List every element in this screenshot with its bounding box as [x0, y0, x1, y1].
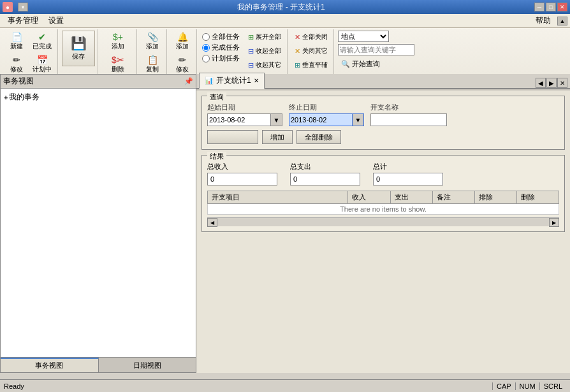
tab-scroll-left-button[interactable]: ◀ [536, 78, 546, 88]
edit-icon: ✏ [13, 55, 20, 64]
new-task-button[interactable]: 📄 新建 [5, 31, 28, 53]
tab-scroll-right-button[interactable]: ▶ [546, 78, 557, 88]
close-all-button[interactable]: ✕ 全部关闭 [291, 31, 331, 43]
collapse-all-button[interactable]: ⊟ 收起全部 [245, 45, 284, 57]
edit-reminder-icon: ✏ [179, 55, 186, 64]
add-expense-button[interactable]: 增加 [262, 130, 293, 144]
save-button[interactable]: 💾 保存 [62, 31, 95, 66]
delete-all-button[interactable]: 全部删除 [296, 130, 341, 144]
search-query-button[interactable] [207, 130, 258, 144]
expense-table: 开支项目 收入 支出 备注 排除 删除 There are no items t… [207, 191, 559, 215]
add-reminder-button[interactable]: 🔔 添加 [171, 31, 194, 53]
tab-date-view[interactable]: 日期视图 [99, 358, 196, 372]
horizontal-scrollbar[interactable]: ◀ ▶ [207, 217, 559, 226]
tree-root-item[interactable]: + 我的事务 [3, 91, 193, 103]
close-button[interactable]: ✕ [557, 3, 567, 11]
delete-finance-button[interactable]: $✂ 删除 [106, 54, 129, 76]
vertical-layout-icon: ⊞ [295, 61, 300, 69]
scroll-lock-indicator: SCRL [539, 382, 566, 390]
status-text: Ready [4, 382, 492, 390]
scroll-track[interactable] [217, 218, 549, 226]
grand-total-label: 总计 [373, 162, 443, 171]
query-section-title: 查询 [207, 92, 226, 102]
save-icon: 💾 [71, 36, 87, 51]
new-icon: 📄 [11, 33, 22, 41]
scroll-left-button[interactable]: ◀ [207, 218, 217, 227]
plan-task-button[interactable]: 📅 计划中 [29, 54, 55, 76]
filter-planned-tasks[interactable]: 计划任务 [202, 54, 240, 63]
expand-all-button[interactable]: ⊞ 展开全部 [245, 31, 284, 43]
attach-icon: 📎 [147, 33, 158, 41]
end-date-label: 终止日期 [289, 103, 364, 112]
status-bar: Ready CAP NUM SCRL [0, 379, 570, 392]
tree-expand-icon[interactable]: + [4, 94, 8, 101]
search-keyword-input[interactable] [338, 44, 414, 55]
quick-btn-1[interactable]: ▾ [18, 3, 28, 11]
start-date-input[interactable] [207, 113, 271, 126]
panel-title: 事务视图 [3, 76, 34, 87]
collapse-icon: ⊟ [248, 47, 254, 55]
menu-help[interactable]: 帮助 [530, 14, 556, 27]
close-others-button[interactable]: ✕ 关闭其它 [291, 45, 331, 57]
edit-reminder-button[interactable]: ✏ 修改 [171, 54, 194, 76]
collapse-others-icon: ⊟ [248, 61, 254, 69]
save-label: 保存 [72, 52, 85, 61]
close-all-icon: ✕ [295, 33, 300, 41]
tab-task-view[interactable]: 事务视图 [1, 358, 99, 372]
end-date-group: 终止日期 ▼ [289, 103, 364, 126]
maximize-button[interactable]: □ [546, 3, 556, 11]
panel-pin-icon[interactable]: 📌 [184, 77, 193, 85]
expense-name-label: 开支名称 [370, 103, 447, 112]
menu-task-management[interactable]: 事务管理 [3, 14, 43, 27]
start-date-dropdown-button[interactable]: ▼ [271, 113, 282, 126]
tab-expense-stats[interactable]: 📊 开支统计1 ✕ [199, 73, 265, 89]
grand-total-input[interactable] [373, 173, 443, 185]
total-income-input[interactable] [207, 173, 277, 185]
end-date-input[interactable] [289, 113, 353, 126]
search-icon: 🔍 [341, 60, 350, 68]
tab-stats-icon: 📊 [205, 76, 214, 85]
start-date-picker: ▼ [207, 113, 282, 126]
add-attachment-button[interactable]: 📎 添加 [141, 31, 164, 53]
grand-total-field: 总计 [373, 162, 443, 185]
quick-access: ▾ [18, 3, 28, 11]
search-category-select[interactable]: 地点 [338, 31, 389, 42]
table-empty-row: There are no items to show. [208, 204, 559, 215]
end-date-dropdown-button[interactable]: ▼ [353, 113, 364, 126]
copy-attachment-button[interactable]: 📋 复制 [141, 54, 164, 76]
results-section-title: 结果 [207, 152, 226, 161]
query-action-row: 增加 全部删除 [207, 130, 559, 144]
total-expense-input[interactable] [290, 173, 360, 185]
expense-name-input[interactable] [370, 113, 447, 126]
filter-done-tasks[interactable]: 完成任务 [202, 43, 240, 52]
total-expense-label: 总支出 [290, 162, 360, 171]
start-search-button[interactable]: 🔍 开始查询 [338, 57, 414, 71]
query-date-row: 起始日期 ▼ 终止日期 ▼ 开支名称 [207, 103, 559, 126]
col-header-income: 收入 [348, 191, 390, 204]
title-bar: ● ▾ 我的事务管理 - 开支统计1 ─ □ ✕ [0, 0, 570, 14]
copy-icon: 📋 [147, 55, 158, 64]
menu-collapse-btn[interactable]: ▲ [557, 17, 567, 25]
vertical-layout-button[interactable]: ⊞ 垂直平辅 [291, 59, 331, 71]
col-header-note: 备注 [432, 191, 474, 204]
collapse-others-button[interactable]: ⊟ 收起其它 [245, 59, 284, 71]
filter-all-tasks[interactable]: 全部任务 [202, 32, 240, 41]
num-lock-indicator: NUM [515, 382, 539, 390]
menu-bar: 事务管理 设置 帮助 ▲ [0, 14, 570, 28]
col-header-expense: 支出 [390, 191, 432, 204]
tab-close-icon[interactable]: ✕ [254, 77, 259, 84]
total-income-label: 总收入 [207, 162, 277, 171]
minimize-button[interactable]: ─ [534, 3, 544, 11]
add-money-icon: $+ [113, 33, 123, 41]
menu-settings[interactable]: 设置 [43, 14, 69, 27]
edit-task-button[interactable]: ✏ 修改 [5, 54, 28, 76]
scroll-right-button[interactable]: ▶ [549, 218, 559, 227]
done-task-button[interactable]: ✔ 已完成 [29, 31, 55, 53]
add-finance-button[interactable]: $+ 添加 [106, 31, 129, 53]
expense-name-group: 开支名称 [370, 103, 447, 126]
results-section: 结果 总收入 总支出 总计 [201, 155, 565, 232]
tab-close-current-button[interactable]: ✕ [557, 78, 567, 88]
panel-content: + 我的事务 [1, 89, 196, 357]
close-others-icon: ✕ [295, 47, 300, 55]
empty-message: There are no items to show. [208, 204, 559, 215]
